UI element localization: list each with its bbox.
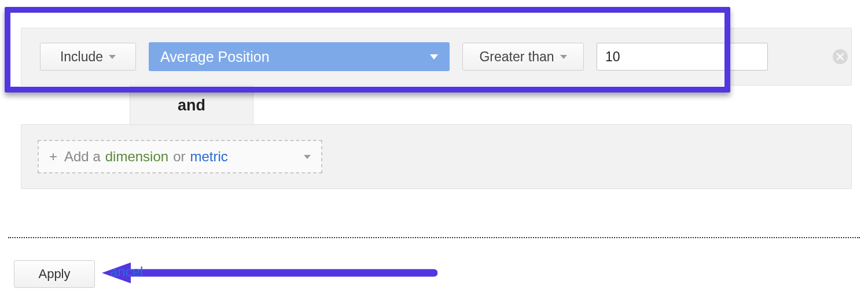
chevron-down-icon (109, 55, 116, 59)
remove-filter-button[interactable] (833, 49, 848, 64)
include-label: Include (60, 49, 103, 65)
condition-operator-dropdown[interactable]: Greater than (462, 43, 584, 71)
chevron-down-icon (304, 155, 311, 159)
add-dimension-or-metric-dropdown[interactable]: + Add a dimension or metric (38, 140, 322, 173)
include-exclude-dropdown[interactable]: Include (40, 43, 136, 71)
chevron-down-icon (560, 55, 567, 59)
and-label: and (178, 97, 205, 114)
close-icon (837, 53, 844, 60)
dimension-word: dimension (105, 149, 168, 165)
metric-label: Average Position (160, 49, 270, 65)
metric-word: metric (190, 149, 227, 165)
apply-button[interactable]: Apply (14, 260, 95, 288)
cancel-link-fragment[interactable]: ancel (110, 264, 143, 280)
chevron-down-icon (430, 54, 438, 60)
divider (8, 237, 860, 238)
and-connector-tab: and (130, 86, 253, 125)
condition-value-input[interactable] (597, 43, 768, 71)
filter-condition-row: Include Average Position Greater than (21, 28, 852, 86)
condition-label: Greater than (479, 49, 554, 65)
or-word: or (173, 149, 185, 165)
add-condition-row: + Add a dimension or metric (21, 124, 852, 189)
add-prefix-text: Add a (64, 149, 101, 165)
metric-dimension-dropdown[interactable]: Average Position (149, 42, 450, 71)
plus-icon: + (49, 149, 57, 165)
apply-label: Apply (38, 267, 70, 281)
annotation-arrow (98, 260, 437, 286)
